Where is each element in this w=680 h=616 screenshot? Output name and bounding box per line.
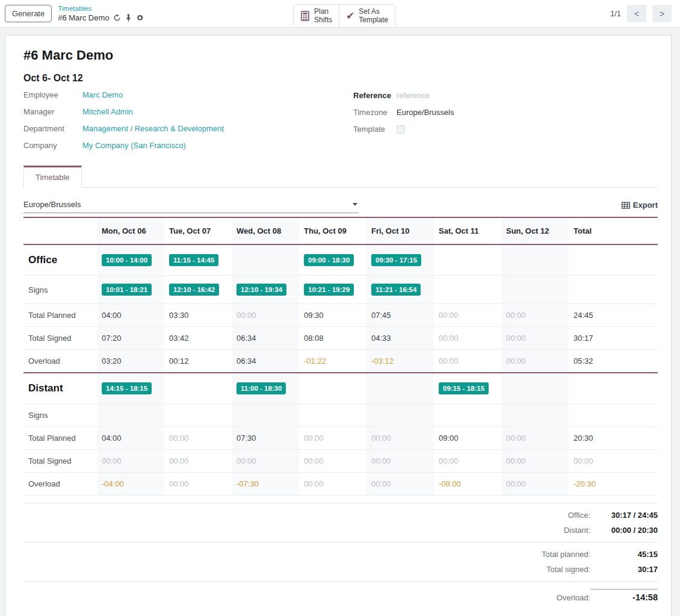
- value-cell: -04:00: [97, 473, 164, 496]
- duration-value: 05:32: [573, 356, 593, 366]
- shift-badge[interactable]: 11:21 - 16:54: [371, 284, 421, 296]
- manager-field: Manager Mitchell Admin: [23, 107, 353, 117]
- summary-office-row: Office: 30:17 / 24:45: [23, 508, 658, 523]
- value-cell: 00:00: [501, 327, 569, 350]
- duration-value: 00:00: [506, 479, 526, 488]
- pin-icon[interactable]: [125, 14, 132, 22]
- duration-value: 24:45: [573, 311, 593, 320]
- manager-link[interactable]: Mitchell Admin: [82, 107, 133, 116]
- value-cell: -09:00: [434, 473, 501, 496]
- timezone-select-value: Europe/Brussels: [23, 200, 81, 209]
- row-header: Total Signed: [23, 450, 97, 473]
- shift-badge[interactable]: 09:30 - 17:15: [371, 254, 421, 266]
- duration-value: -07:30: [236, 479, 259, 488]
- value-cell: 00:00: [434, 350, 501, 373]
- value-cell: 30:17: [569, 327, 658, 350]
- shift-badge[interactable]: 12:10 - 19:34: [236, 284, 286, 296]
- shift-badge[interactable]: 12:10 - 16:42: [169, 284, 219, 296]
- shift-badge[interactable]: 09:00 - 18:30: [304, 254, 354, 266]
- shift-cell: [569, 244, 658, 276]
- breadcrumb-parent-link[interactable]: Timetables: [58, 4, 144, 13]
- duration-value: 00:00: [439, 456, 459, 465]
- shift-cell: 09:30 - 17:15: [366, 244, 434, 276]
- pager: 1/1 < >: [610, 5, 672, 22]
- shift-badge[interactable]: 11:15 - 14:45: [169, 254, 218, 266]
- row-label: Total Planned: [28, 311, 76, 320]
- duration-value: 04:00: [102, 434, 122, 443]
- duration-value: 00:00: [169, 434, 189, 443]
- timezone-value[interactable]: Europe/Brussels: [397, 108, 454, 117]
- column-header: Mon, Oct 06: [97, 217, 164, 244]
- duration-value: 00:00: [304, 434, 324, 443]
- row-header: Distant: [23, 373, 97, 404]
- duration-value: 00:00: [304, 479, 324, 488]
- value-cell: 00:00: [501, 473, 569, 496]
- shift-cell: [164, 404, 232, 427]
- timezone-select[interactable]: Europe/Brussels: [23, 197, 359, 213]
- duration-value: 00:00: [506, 434, 526, 443]
- duration-value: 00:12: [169, 356, 189, 366]
- value-cell: 03:30: [164, 304, 232, 327]
- summary-distant-value: 00:00 / 20:30: [590, 526, 658, 535]
- department-link[interactable]: Management / Research & Development: [82, 124, 224, 133]
- duration-value: 00:00: [169, 456, 189, 465]
- shift-cell: [366, 404, 434, 427]
- shift-cell: 11:00 - 18:30: [232, 373, 299, 404]
- value-cell: 00:00: [501, 450, 569, 473]
- plan-shifts-button[interactable]: Plan Shifts: [294, 5, 339, 27]
- company-link[interactable]: My Company (San Francisco): [82, 141, 186, 150]
- refresh-icon[interactable]: [113, 14, 121, 22]
- shift-badge[interactable]: 14:15 - 18:15: [102, 382, 152, 394]
- tab-timetable[interactable]: Timetable: [23, 166, 82, 188]
- shift-badge[interactable]: 11:00 - 18:30: [236, 382, 286, 394]
- row-label: Signs: [28, 285, 48, 294]
- employee-link[interactable]: Marc Demo: [82, 90, 123, 99]
- column-header: Sat, Oct 11: [434, 217, 501, 244]
- shift-cell: [501, 276, 569, 304]
- value-cell: 06:34: [232, 327, 299, 350]
- reference-input[interactable]: [397, 91, 529, 100]
- employee-field: Employee Marc Demo: [23, 90, 353, 100]
- duration-value: 09:00: [439, 434, 459, 443]
- shift-badge[interactable]: 09:15 - 18:15: [439, 382, 489, 394]
- page-title: #6 Marc Demo: [23, 48, 658, 63]
- shift-cell: [501, 244, 569, 276]
- timezone-label: Timezone: [353, 108, 397, 117]
- breadcrumb: Timetables #6 Marc Demo: [58, 4, 144, 23]
- chevron-down-icon: [353, 203, 357, 206]
- row-label: Total Signed: [28, 456, 72, 465]
- column-header: Total: [569, 217, 658, 244]
- summary-office-value: 30:17 / 24:45: [590, 511, 658, 520]
- gear-icon[interactable]: [136, 14, 144, 22]
- template-checkbox[interactable]: [397, 125, 405, 134]
- generate-button[interactable]: Generate: [5, 5, 52, 22]
- shift-cell: 12:10 - 16:42: [164, 276, 232, 304]
- duration-value: 09:30: [304, 311, 324, 320]
- set-as-template-button[interactable]: ✔ Set As Template: [339, 5, 395, 27]
- duration-value: 00:00: [506, 334, 526, 343]
- value-row: Overload-04:0000:00-07:3000:0000:00-09:0…: [23, 473, 658, 496]
- shift-badge[interactable]: 10:00 - 14:00: [102, 254, 152, 266]
- shift-cell: [434, 404, 501, 427]
- duration-value: 00:00: [236, 456, 256, 465]
- pager-previous-button[interactable]: <: [627, 5, 646, 22]
- totals-summary: Office: 30:17 / 24:45 Distant: 00:00 / 2…: [23, 503, 658, 616]
- pager-next-button[interactable]: >: [652, 5, 672, 22]
- reference-field: Reference: [353, 90, 658, 101]
- shift-badge[interactable]: 10:21 - 19:29: [304, 284, 354, 296]
- value-cell: 08:08: [299, 327, 366, 350]
- row-label: Total Planned: [28, 434, 76, 443]
- value-cell: 00:00: [299, 450, 366, 473]
- shift-cell: [97, 404, 164, 427]
- value-cell: -07:30: [232, 473, 299, 496]
- value-row: Total Planned04:0000:0007:3000:0000:0009…: [23, 427, 658, 450]
- export-button[interactable]: Export: [622, 201, 658, 213]
- duration-value: 00:00: [506, 311, 526, 320]
- value-cell: 00:00: [501, 350, 569, 373]
- plan-shifts-label-1: Plan: [314, 7, 329, 16]
- shift-badge[interactable]: 10:01 - 18:21: [102, 284, 152, 296]
- value-cell: 00:00: [366, 427, 434, 450]
- duration-value: 30:17: [573, 334, 593, 343]
- shift-cell: 12:10 - 19:34: [232, 276, 299, 304]
- duration-value: 00:00: [304, 456, 324, 465]
